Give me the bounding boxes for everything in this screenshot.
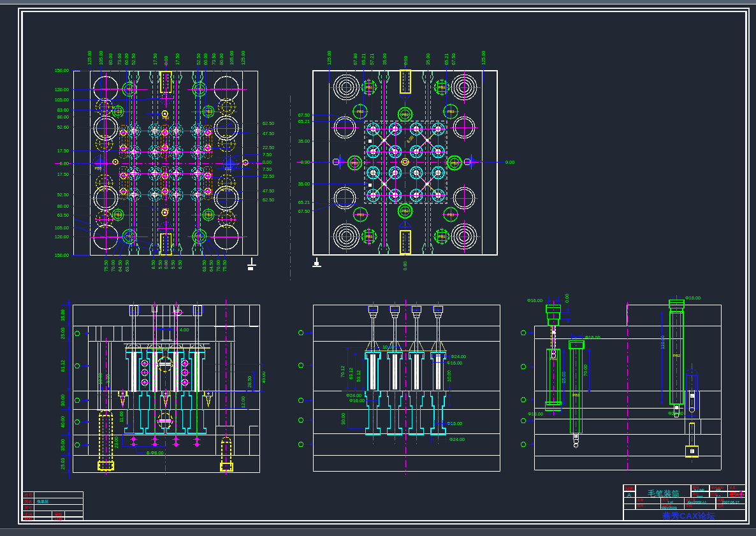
svg-text:虫单层: 虫单层 [37, 500, 48, 503]
svg-text:Φ16.00: Φ16.00 [585, 335, 600, 340]
svg-text:5.50: 5.50 [170, 260, 176, 269]
svg-text:10.00: 10.00 [446, 370, 452, 382]
svg-text:制图: 制图 [625, 486, 634, 491]
svg-text:Φ13.00: Φ13.00 [528, 411, 543, 417]
svg-text:65.21: 65.21 [444, 54, 449, 65]
svg-text:63.12: 63.12 [348, 368, 354, 379]
svg-text:105.00: 105.00 [229, 51, 235, 65]
svg-text:65.21: 65.21 [361, 54, 367, 65]
svg-text:6.50: 6.50 [177, 260, 183, 269]
svg-text:65.21: 65.21 [298, 199, 310, 205]
svg-text:25.03: 25.03 [60, 328, 66, 339]
svg-text:PB1: PB1 [439, 235, 445, 238]
svg-text:125.00: 125.00 [87, 51, 92, 65]
svg-text:8.00: 8.00 [105, 374, 111, 383]
svg-text:10.00: 10.00 [98, 373, 103, 384]
svg-text:120.00: 120.00 [55, 87, 69, 92]
svg-text:PB2: PB2 [351, 161, 358, 165]
svg-text:70.00: 70.00 [583, 365, 588, 376]
svg-text:17.50: 17.50 [57, 148, 69, 154]
svg-text:80.00: 80.00 [108, 54, 113, 65]
svg-text:30.00: 30.00 [340, 413, 346, 424]
svg-text:25.03: 25.03 [60, 458, 66, 469]
svg-text:30.00: 30.00 [60, 395, 66, 406]
svg-text:81.12: 81.12 [60, 360, 66, 372]
svg-text:73.60: 73.60 [117, 54, 122, 65]
svg-text:0.00: 0.00 [564, 294, 570, 303]
svg-text:PB5: PB5 [95, 166, 101, 170]
svg-text:150.00: 150.00 [55, 68, 69, 73]
svg-text:63.50: 63.50 [201, 260, 207, 272]
svg-text:47.50: 47.50 [263, 131, 274, 136]
svg-text:45.00: 45.00 [261, 372, 266, 383]
svg-text:材料: 材料 [24, 517, 32, 521]
svg-text:63.50: 63.50 [124, 260, 130, 272]
svg-text:35.00: 35.00 [60, 309, 66, 321]
svg-text:PB1: PB1 [366, 235, 372, 238]
svg-text:53.12: 53.12 [356, 370, 361, 382]
svg-text:PB2: PB2 [225, 167, 231, 171]
svg-text:Φ16.00: Φ16.00 [349, 398, 365, 403]
svg-text:60.00: 60.00 [124, 54, 129, 65]
svg-text:PB3: PB3 [447, 110, 454, 113]
svg-text:62.50: 62.50 [263, 197, 274, 203]
svg-text:35.00: 35.00 [298, 138, 310, 144]
svg-text:67.50: 67.50 [298, 112, 310, 118]
svg-text:名称: 名称 [637, 498, 643, 502]
svg-text:mm: mm [697, 495, 703, 498]
svg-text:35.00: 35.00 [60, 439, 66, 451]
svg-text:52.50: 52.50 [196, 54, 201, 65]
svg-text:150.00: 150.00 [55, 252, 69, 258]
svg-text:17.50: 17.50 [152, 54, 158, 65]
svg-text:Φ16.00: Φ16.00 [685, 295, 701, 301]
svg-text:67.50: 67.50 [451, 54, 456, 65]
svg-text:63.50: 63.50 [57, 212, 69, 218]
svg-text:70.00: 70.00 [215, 260, 221, 272]
svg-text:70.00: 70.00 [110, 260, 116, 272]
svg-text:PB2: PB2 [163, 208, 169, 212]
svg-text:PB1: PB1 [366, 85, 372, 89]
svg-text:125.00: 125.00 [481, 51, 486, 65]
svg-text:52.50: 52.50 [57, 192, 69, 198]
svg-text:17.50: 17.50 [175, 54, 180, 65]
svg-text:7.50: 7.50 [263, 166, 272, 172]
svg-text:105.00: 105.00 [55, 225, 69, 231]
svg-text:PB3: PB3 [447, 213, 454, 217]
svg-text:65.21: 65.21 [298, 119, 310, 124]
svg-text:尺寸: 尺寸 [24, 506, 32, 510]
svg-text:67.80: 67.80 [353, 54, 358, 65]
svg-text:64.50: 64.50 [117, 260, 123, 272]
svg-text:80.00: 80.00 [219, 54, 224, 65]
svg-text:64.50: 64.50 [208, 260, 214, 272]
svg-text:52.50: 52.50 [131, 54, 136, 65]
svg-text:83.60: 83.60 [57, 107, 69, 113]
svg-text:PB2: PB2 [402, 113, 408, 117]
svg-text:23.00: 23.00 [113, 437, 119, 448]
svg-text:47.50: 47.50 [263, 188, 274, 194]
svg-text:75.50: 75.50 [103, 260, 109, 272]
svg-text:0.00: 0.00 [60, 161, 69, 166]
svg-text:尺寸: 尺寸 [662, 498, 669, 502]
svg-text:22.50: 22.50 [263, 145, 274, 150]
svg-text:审核: 审核 [686, 503, 692, 507]
svg-text:日期: 日期 [54, 517, 62, 521]
svg-text:比例: 比例 [24, 512, 32, 517]
svg-text:REV2009: REV2009 [662, 506, 677, 510]
svg-text:40.00: 40.00 [60, 416, 66, 428]
svg-text:80.00: 80.00 [57, 203, 69, 209]
svg-text:10.00: 10.00 [382, 344, 394, 350]
svg-text:7.50: 7.50 [263, 152, 272, 157]
svg-text:105.00: 105.00 [55, 97, 69, 103]
svg-text:8-Φ8.00: 8-Φ8.00 [152, 346, 169, 352]
svg-text:62.50: 62.50 [263, 120, 274, 126]
svg-text:105.00: 105.00 [98, 51, 104, 65]
svg-text:12.00: 12.00 [240, 396, 246, 408]
svg-text:76.12: 76.12 [340, 366, 345, 377]
svg-text:35.00: 35.00 [298, 181, 310, 187]
svg-text:PB2: PB2 [163, 116, 169, 120]
svg-text:28.50: 28.50 [247, 376, 252, 388]
svg-text:A: A [627, 492, 631, 498]
svg-text:8.50: 8.50 [150, 260, 156, 269]
svg-text:PB3: PB3 [357, 213, 363, 217]
svg-text:22.50: 22.50 [263, 173, 274, 179]
